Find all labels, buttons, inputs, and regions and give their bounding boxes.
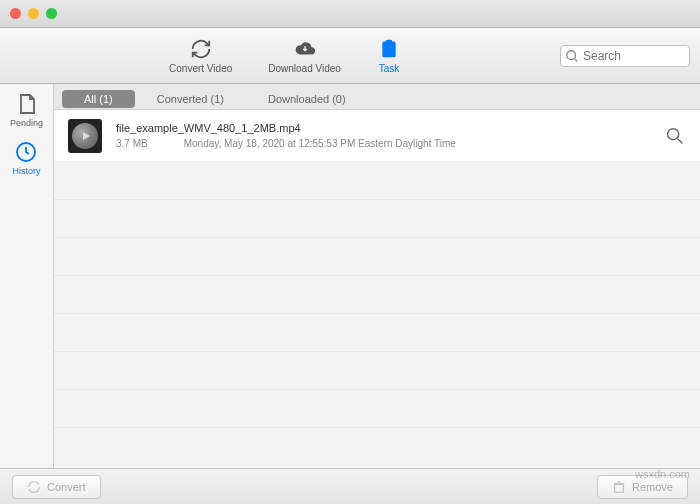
task-button[interactable]: Task xyxy=(369,33,409,78)
sidebar: Pending History xyxy=(0,84,54,468)
empty-row xyxy=(54,390,700,428)
minimize-window-button[interactable] xyxy=(28,8,39,19)
svg-line-5 xyxy=(575,58,578,61)
search-field-wrapper xyxy=(560,45,690,67)
remove-button[interactable]: Remove xyxy=(597,475,688,499)
svg-point-7 xyxy=(668,128,679,139)
empty-row xyxy=(54,428,700,466)
toolbar: Convert Video Download Video Task xyxy=(0,28,700,84)
sidebar-history[interactable]: History xyxy=(12,140,40,176)
convert-button-label: Convert xyxy=(47,481,86,493)
search-input[interactable] xyxy=(560,45,690,67)
download-video-label: Download Video xyxy=(268,63,341,74)
sidebar-history-label: History xyxy=(12,166,40,176)
sidebar-pending[interactable]: Pending xyxy=(10,92,43,128)
document-icon xyxy=(15,92,39,116)
empty-row xyxy=(54,238,700,276)
empty-row xyxy=(54,200,700,238)
tab-converted[interactable]: Converted (1) xyxy=(135,90,246,108)
search-icon xyxy=(565,49,579,63)
svg-rect-9 xyxy=(615,484,624,492)
content-area: All (1) Converted (1) Downloaded (0) fil… xyxy=(54,84,700,468)
file-list: file_example_WMV_480_1_2MB.mp4 3.7 MB Mo… xyxy=(54,110,700,468)
reveal-in-finder-icon[interactable] xyxy=(664,125,686,147)
empty-row xyxy=(54,314,700,352)
file-name: file_example_WMV_480_1_2MB.mp4 xyxy=(116,122,664,134)
file-size: 3.7 MB xyxy=(116,138,148,149)
svg-point-4 xyxy=(567,50,576,59)
traffic-lights xyxy=(10,8,57,19)
bottom-bar: Convert Remove xyxy=(0,468,700,504)
convert-video-label: Convert Video xyxy=(169,63,232,74)
convert-icon xyxy=(189,37,213,61)
sidebar-pending-label: Pending xyxy=(10,118,43,128)
empty-row xyxy=(54,352,700,390)
download-cloud-icon xyxy=(293,37,317,61)
close-window-button[interactable] xyxy=(10,8,21,19)
tab-all[interactable]: All (1) xyxy=(62,90,135,108)
history-icon xyxy=(14,140,38,164)
maximize-window-button[interactable] xyxy=(46,8,57,19)
task-label: Task xyxy=(379,63,400,74)
svg-line-8 xyxy=(678,138,683,143)
file-thumbnail xyxy=(68,119,102,153)
convert-button[interactable]: Convert xyxy=(12,475,101,499)
task-icon xyxy=(377,37,401,61)
window-titlebar xyxy=(0,0,700,28)
empty-row xyxy=(54,276,700,314)
svg-rect-1 xyxy=(386,41,391,44)
convert-video-button[interactable]: Convert Video xyxy=(161,33,240,78)
file-info: file_example_WMV_480_1_2MB.mp4 3.7 MB Mo… xyxy=(116,122,664,149)
tab-downloaded[interactable]: Downloaded (0) xyxy=(246,90,368,108)
file-row[interactable]: file_example_WMV_480_1_2MB.mp4 3.7 MB Mo… xyxy=(54,110,700,162)
download-video-button[interactable]: Download Video xyxy=(260,33,349,78)
empty-row xyxy=(54,162,700,200)
play-icon xyxy=(72,123,98,149)
filter-tabs: All (1) Converted (1) Downloaded (0) xyxy=(54,84,700,110)
file-date: Monday, May 18, 2020 at 12:55:53 PM East… xyxy=(184,138,456,149)
remove-button-label: Remove xyxy=(632,481,673,493)
